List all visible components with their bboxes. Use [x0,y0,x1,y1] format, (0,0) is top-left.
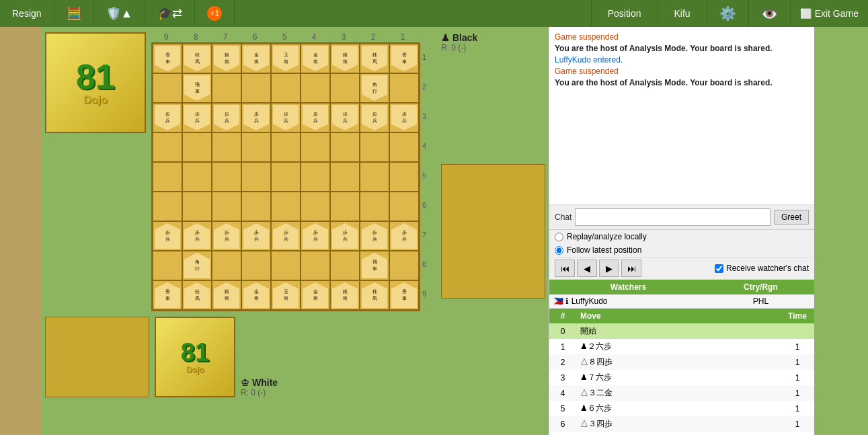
board-cell[interactable]: 歩兵 [360,221,389,251]
exit-button[interactable]: ⬜ Exit Game [790,0,868,27]
board-cell[interactable] [153,162,182,192]
board-cell[interactable] [330,132,360,162]
resign-button[interactable]: Resign [0,0,54,27]
board-cell[interactable] [389,192,419,221]
board-cell[interactable]: 歩兵 [241,103,271,132]
board-cell[interactable] [389,251,419,280]
board-cell[interactable]: 歩兵 [271,103,301,132]
board-cell[interactable]: 歩兵 [153,221,182,251]
board-cell[interactable] [360,192,389,221]
chat-log[interactable]: Game suspended You are the host of Analy… [549,27,814,205]
board-cell[interactable]: 金将 [301,280,330,310]
board-cell[interactable]: 銀将 [212,280,241,310]
shogi-board[interactable]: 香車 桂馬 銀将 金将 [151,42,420,311]
board-cell[interactable]: 金将 [241,44,271,73]
board-cell[interactable] [271,162,301,192]
board-cell[interactable]: 玉将 [271,44,301,73]
board-cell[interactable]: 桂馬 [182,44,212,73]
board-cell[interactable] [330,192,360,221]
board-cell[interactable]: 桂馬 [360,280,389,310]
board-cell[interactable]: 香車 [389,44,419,73]
board-cell[interactable] [301,73,330,103]
board-cell[interactable] [241,73,271,103]
board-cell[interactable]: 飛車 [360,251,389,280]
table-row[interactable]: 5 ♟６六歩 1 [549,401,814,416]
board-cell[interactable]: 歩兵 [182,103,212,132]
last-button[interactable]: ⏭ [621,260,641,277]
board-cell[interactable]: 桂馬 [360,44,389,73]
next-button[interactable]: ▶ [599,260,619,277]
table-row[interactable]: 6 △３四歩 1 [549,416,814,432]
notification-button[interactable]: +1 [195,0,235,27]
prev-button[interactable]: ◀ [577,260,597,277]
board-cell[interactable]: 銀将 [330,280,360,310]
move-table-scroll[interactable]: # Move Time 0 開始 1 ♟２六歩 [549,309,814,435]
board-cell[interactable]: 歩兵 [153,103,182,132]
kifu-button[interactable]: Kifu [658,0,707,27]
board-cell[interactable] [389,162,419,192]
board-cell[interactable]: 歩兵 [182,221,212,251]
table-row[interactable]: 7 ♟４八銀 1 [549,432,814,435]
board-cell[interactable] [212,132,241,162]
board-cell[interactable]: 香車 [153,280,182,310]
board-cell[interactable]: 歩兵 [330,221,360,251]
board-cell[interactable] [212,73,241,103]
chat-input[interactable] [575,208,771,226]
board-cell[interactable] [153,251,182,280]
board-cell[interactable] [389,132,419,162]
board-cell[interactable] [241,162,271,192]
greet-button[interactable]: Greet [774,210,809,225]
board-cell[interactable] [301,162,330,192]
settings-button[interactable]: ⚙️ [707,0,748,27]
board-cell[interactable]: 角行 [182,251,212,280]
board-cell[interactable]: 歩兵 [360,103,389,132]
board-cell[interactable] [360,162,389,192]
board-cell[interactable]: 金将 [301,44,330,73]
board-cell[interactable] [301,251,330,280]
board-cell[interactable] [301,192,330,221]
board-cell[interactable]: 歩兵 [330,103,360,132]
board-cell[interactable] [271,251,301,280]
table-row[interactable]: 4 △３二金 1 [549,385,814,401]
table-row[interactable]: 2 △８四歩 1 [549,354,814,370]
receive-watcher-checkbox[interactable] [715,264,723,273]
board-cell[interactable]: 歩兵 [389,103,419,132]
board-cell[interactable] [153,192,182,221]
board-cell[interactable]: 桂馬 [182,280,212,310]
board-cell[interactable] [330,251,360,280]
position-button[interactable]: Position [591,0,658,27]
board-cell[interactable] [182,132,212,162]
board-cell[interactable] [182,162,212,192]
board-cell[interactable] [389,73,419,103]
board-cell[interactable] [330,73,360,103]
table-row[interactable]: 1 ♟２六歩 1 [549,339,814,354]
board-cell[interactable]: 玉将 [271,280,301,310]
board-cell[interactable]: 歩兵 [241,221,271,251]
board-cell[interactable] [271,132,301,162]
board-cell[interactable] [182,192,212,221]
board-cell[interactable]: 飛車 [182,73,212,103]
board-cell[interactable]: 香車 [389,280,419,310]
table-row[interactable]: 0 開始 [549,323,814,339]
board-cell[interactable] [271,73,301,103]
board-cell[interactable] [241,132,271,162]
board-cell[interactable]: 銀将 [212,44,241,73]
board-cell[interactable]: 歩兵 [271,221,301,251]
observe-button[interactable]: 👁️ [748,0,790,27]
board-cell[interactable] [153,73,182,103]
board-cell[interactable]: 金将 [241,280,271,310]
board-cell[interactable]: 角行 [360,73,389,103]
board-cell[interactable]: 銀将 [330,44,360,73]
board-cell[interactable]: 歩兵 [212,103,241,132]
board-cell[interactable] [153,132,182,162]
board-cell[interactable] [271,192,301,221]
board-cell[interactable] [212,192,241,221]
board-cell[interactable] [212,251,241,280]
table-row[interactable]: 3 ♟７六歩 1 [549,370,814,385]
board-cell[interactable]: 歩兵 [301,221,330,251]
board-cell[interactable] [241,192,271,221]
board-cell[interactable]: 歩兵 [301,103,330,132]
board-cell[interactable] [360,132,389,162]
board-cell[interactable]: 歩兵 [389,221,419,251]
board-cell[interactable]: 歩兵 [212,221,241,251]
